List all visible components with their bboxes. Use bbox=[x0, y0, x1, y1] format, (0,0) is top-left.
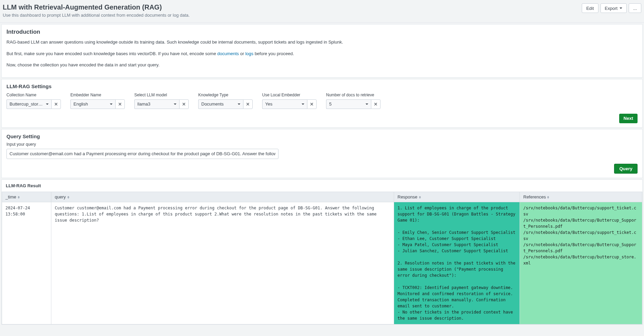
chevron-down-icon bbox=[302, 103, 304, 105]
chevron-down-icon bbox=[238, 103, 240, 105]
num-docs-label: Number of docs to retrieve bbox=[326, 93, 380, 97]
page-subtitle: Use this dashboard to prompt LLM with ad… bbox=[3, 13, 582, 18]
embedder-name-dropdown[interactable]: English bbox=[70, 99, 115, 109]
query-button[interactable]: Query bbox=[614, 164, 638, 174]
close-icon: ✕ bbox=[182, 101, 186, 107]
num-docs-dropdown[interactable]: 5 bbox=[326, 99, 371, 109]
result-response-cell: 1. List of employees in charge of the pr… bbox=[394, 202, 520, 324]
chevron-down-icon bbox=[46, 103, 49, 105]
result-heading: LLM-RAG Result bbox=[2, 180, 642, 192]
close-icon: ✕ bbox=[54, 101, 58, 107]
export-button[interactable]: Export bbox=[600, 3, 627, 13]
sort-icon bbox=[18, 196, 20, 198]
llm-model-label: Select LLM model bbox=[134, 93, 189, 97]
table-row: 2024-07-24 13:58:00 Customer customer@em… bbox=[2, 202, 642, 324]
knowledge-type-clear[interactable]: ✕ bbox=[243, 99, 253, 109]
local-embedder-label: Use Local Embedder bbox=[262, 93, 317, 97]
intro-paragraph-1: RAG-based LLM can answer questions using… bbox=[6, 39, 638, 46]
more-actions-button[interactable]: ... bbox=[629, 3, 641, 13]
close-icon: ✕ bbox=[246, 101, 250, 107]
query-input[interactable] bbox=[6, 149, 278, 159]
close-icon: ✕ bbox=[118, 101, 122, 107]
sort-icon bbox=[419, 196, 421, 198]
knowledge-type-label: Knowledge Type bbox=[198, 93, 253, 97]
local-embedder-clear[interactable]: ✕ bbox=[307, 99, 317, 109]
column-header-time[interactable]: _time bbox=[2, 192, 51, 202]
intro-paragraph-2: But first, make sure you have encoded su… bbox=[6, 50, 638, 57]
collection-name-label: Collection Name bbox=[6, 93, 61, 97]
sort-icon bbox=[547, 196, 549, 198]
collection-name-dropdown[interactable]: Buttercup_store_in... bbox=[6, 99, 51, 109]
close-icon: ✕ bbox=[374, 101, 378, 107]
local-embedder-dropdown[interactable]: Yes bbox=[262, 99, 307, 109]
chevron-down-icon bbox=[366, 103, 368, 105]
result-query-cell: Customer customer@email.com had a Paymen… bbox=[51, 202, 394, 324]
num-docs-clear[interactable]: ✕ bbox=[371, 99, 380, 109]
llm-model-dropdown[interactable]: llama3 bbox=[134, 99, 179, 109]
chevron-down-icon bbox=[110, 103, 113, 105]
embedder-name-clear[interactable]: ✕ bbox=[115, 99, 125, 109]
close-icon: ✕ bbox=[310, 101, 314, 107]
result-references-cell: /srv/notebooks/data/Buttercup/support_ti… bbox=[520, 202, 642, 324]
sort-icon bbox=[67, 196, 69, 198]
result-time-cell: 2024-07-24 13:58:00 bbox=[2, 202, 51, 324]
llm-model-clear[interactable]: ✕ bbox=[179, 99, 189, 109]
documents-link[interactable]: documents bbox=[217, 51, 239, 56]
query-input-label: Input your query bbox=[6, 142, 638, 147]
knowledge-type-dropdown[interactable]: Documents bbox=[198, 99, 243, 109]
collection-name-clear[interactable]: ✕ bbox=[51, 99, 61, 109]
logs-link[interactable]: logs bbox=[245, 51, 253, 56]
introduction-heading: Introduction bbox=[6, 29, 638, 35]
column-header-query[interactable]: query bbox=[51, 192, 394, 202]
page-title: LLM with Retrieval-Augmented Generation … bbox=[3, 3, 582, 11]
embedder-name-label: Embedder Name bbox=[70, 93, 125, 97]
edit-button[interactable]: Edit bbox=[582, 3, 598, 13]
column-header-response[interactable]: Response bbox=[394, 192, 520, 202]
next-button[interactable]: Next bbox=[619, 114, 638, 123]
chevron-down-icon bbox=[174, 103, 176, 105]
column-header-references[interactable]: References bbox=[520, 192, 642, 202]
settings-heading: LLM-RAG Settings bbox=[6, 83, 638, 89]
intro-paragraph-3: Now, choose the collection you have enco… bbox=[6, 62, 638, 68]
query-setting-heading: Query Setting bbox=[6, 133, 638, 139]
